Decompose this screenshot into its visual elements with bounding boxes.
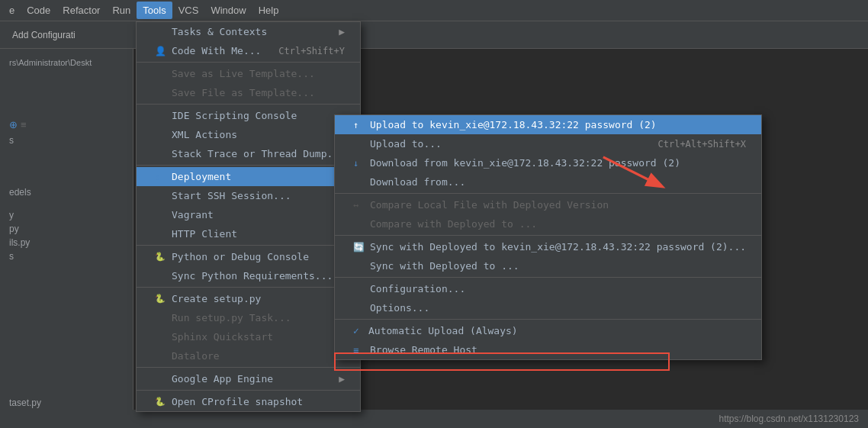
menu-item-e[interactable]: e (3, 2, 21, 19)
menu-item-vcs[interactable]: VCS (172, 2, 205, 19)
cprofile-icon: 🐍 (155, 397, 169, 407)
menu-create-setup[interactable]: 🐍 Create setup.py (137, 289, 360, 308)
menu-configuration[interactable]: Configuration... (335, 279, 761, 298)
menu-run-setup: Run setup.py Task... (137, 308, 360, 327)
tasks-arrow: ▶ (339, 26, 345, 37)
tools-dropdown[interactable]: Tasks & Contexts ▶ 👤 Code With Me... Ctr… (136, 21, 361, 412)
python-icon: 🐍 (155, 252, 169, 262)
download-server-icon: ↓ (353, 158, 367, 169)
browse-icon: ≡ (353, 345, 367, 356)
menu-tasks[interactable]: Tasks & Contexts ▶ (137, 22, 360, 41)
menu-item-help[interactable]: Help (252, 2, 285, 19)
menu-stack-trace[interactable]: Stack Trace or Thread Dump... (137, 144, 360, 163)
menu-item-tools[interactable]: Tools (137, 2, 172, 19)
menu-vagrant[interactable]: Vagrant ▶ (137, 205, 360, 224)
menu-datalore: Datalore ▶ (137, 346, 360, 365)
menu-ide-scripting[interactable]: IDE Scripting Console (137, 106, 360, 125)
sep1 (137, 62, 360, 63)
setup-icon: 🐍 (155, 294, 169, 304)
sep5 (137, 287, 360, 288)
sep7 (137, 390, 360, 391)
check-icon: ✓ (353, 325, 365, 336)
menu-google-app[interactable]: Google App Engine ▶ (137, 369, 360, 388)
sep3 (137, 165, 360, 166)
dep-sep4 (335, 319, 761, 320)
menu-browse-remote[interactable]: ≡ Browse Remote Host (335, 340, 761, 359)
dep-sep1 (335, 193, 761, 194)
menu-upload-server[interactable]: ↑ Upload to kevin_xie@172.18.43.32:22 pa… (335, 115, 761, 134)
compare-local-icon: ↔ (353, 200, 367, 211)
menu-sphinx: Sphinx Quickstart (137, 327, 360, 346)
menu-download-from[interactable]: Download from... (335, 172, 761, 191)
menu-compare-local: ↔ Compare Local File with Deployed Versi… (335, 195, 761, 214)
menu-sync-deployed-server[interactable]: 🔄 Sync with Deployed to kevin_xie@172.18… (335, 237, 761, 256)
menu-upload-to[interactable]: Upload to... Ctrl+Alt+Shift+X (335, 134, 761, 153)
menu-item-window[interactable]: Window (204, 2, 252, 19)
menubar: e Code Refactor Run Tools VCS Window Hel… (0, 0, 868, 21)
deployment-dropdown[interactable]: ↑ Upload to kevin_xie@172.18.43.32:22 pa… (334, 114, 762, 360)
file-item-dataset[interactable]: taset.py (9, 397, 41, 408)
left-panel: rs\Administrator\Deskt ⊕ ≡ s edels y py … (0, 49, 133, 428)
menu-deployment[interactable]: ↕ Deployment ▶ (137, 167, 360, 186)
menu-ssh[interactable]: Start SSH Session... (137, 186, 360, 205)
file-item-y[interactable]: y (0, 208, 133, 222)
path-label: rs\Administrator\Deskt (0, 55, 133, 70)
dep-sep2 (335, 235, 761, 236)
deployment-icon: ↕ (155, 172, 169, 182)
url-label: https://blog.csdn.net/x1131230123 (719, 414, 859, 424)
menu-item-refactor[interactable]: Refactor (56, 2, 106, 19)
menu-sync-deployed[interactable]: Sync with Deployed to ... (335, 256, 761, 275)
sync-deployed-icon: 🔄 (353, 242, 367, 253)
menu-xml-actions[interactable]: XML Actions ▶ (137, 125, 360, 144)
menu-save-file: Save File as Template... (137, 83, 360, 102)
menu-item-run[interactable]: Run (106, 2, 137, 19)
sep4 (137, 245, 360, 246)
menu-auto-upload[interactable]: ✓ Automatic Upload (Always) (335, 321, 761, 340)
code-with-me-icon: 👤 (155, 46, 169, 56)
dep-sep3 (335, 277, 761, 278)
sep2 (137, 104, 360, 105)
file-item-py[interactable]: py (0, 222, 133, 236)
menu-options[interactable]: Options... (335, 298, 761, 317)
menu-python-console[interactable]: 🐍 Python or Debug Console (137, 247, 360, 266)
file-item-s[interactable]: s (0, 134, 133, 147)
sep6 (137, 367, 360, 368)
menu-save-live: Save as Live Template... (137, 64, 360, 83)
menu-sync-python[interactable]: Sync Python Requirements... (137, 266, 360, 285)
toolbar: Add Configurati (0, 21, 868, 49)
file-item-edels[interactable]: edels (0, 185, 133, 199)
menu-item-code[interactable]: Code (21, 2, 56, 19)
menu-http[interactable]: HTTP Client (137, 224, 360, 243)
bottom-bar: https://blog.csdn.net/x1131230123 (0, 410, 868, 428)
upload-server-icon: ↑ (353, 120, 367, 130)
file-item-s2[interactable]: s (0, 249, 133, 263)
file-item-ils[interactable]: ils.py (0, 236, 133, 249)
add-config-label[interactable]: Add Configurati (6, 27, 82, 43)
menu-download-server[interactable]: ↓ Download from kevin_xie@172.18.43.32:2… (335, 153, 761, 172)
menu-cprofile[interactable]: 🐍 Open CProfile snapshot (137, 392, 360, 411)
menu-compare-deployed: Compare with Deployed to ... (335, 214, 761, 233)
menu-code-with-me[interactable]: 👤 Code With Me... Ctrl+Shift+Y (137, 41, 360, 60)
